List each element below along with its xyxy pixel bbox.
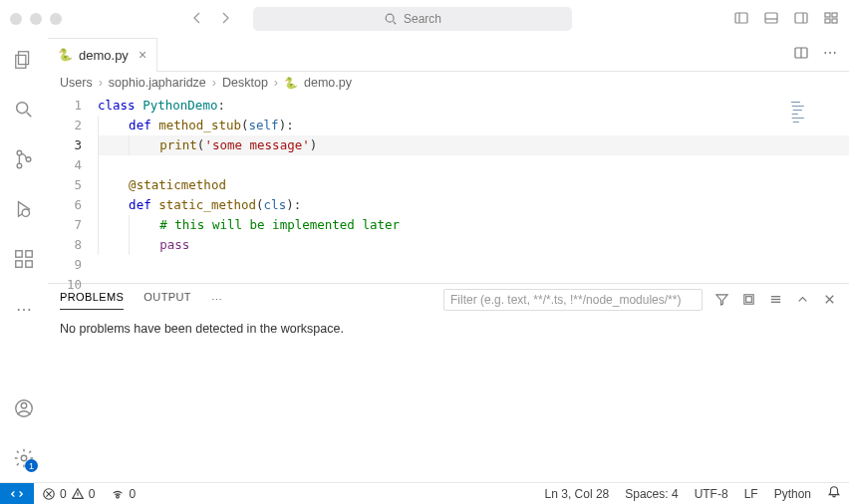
problems-message: No problems have been detected in the wo…: [60, 322, 344, 336]
more-actions-icon[interactable]: ⋯: [823, 45, 837, 64]
tab-label: demo.py: [79, 48, 129, 63]
minimap[interactable]: ▬▬▬ ▬▬▬▬ ▬▬▬ ▬▬ ▬▬▬▬ ▬▬: [791, 100, 841, 124]
svg-rect-22: [26, 261, 32, 267]
eol-status[interactable]: LF: [736, 487, 766, 501]
close-window[interactable]: [10, 13, 22, 25]
python-icon: 🐍: [284, 77, 298, 90]
search-placeholder: Search: [404, 12, 441, 26]
activity-bar: ⋯ 1: [0, 38, 48, 482]
svg-rect-21: [16, 261, 22, 267]
svg-point-19: [22, 209, 29, 216]
split-editor-icon[interactable]: [793, 45, 809, 64]
titlebar: Search: [0, 0, 849, 38]
indentation-status[interactable]: Spaces: 4: [617, 487, 686, 501]
extensions-icon[interactable]: [12, 247, 36, 271]
settings-icon[interactable]: 1: [12, 446, 36, 470]
svg-point-36: [117, 495, 120, 498]
svg-rect-23: [26, 251, 32, 257]
panel: PROBLEMS OUTPUT ⋯ No problems have been …: [48, 283, 849, 482]
breadcrumb[interactable]: Users › sophio.japharidze › Desktop › 🐍 …: [48, 72, 849, 94]
svg-rect-30: [746, 296, 752, 302]
breadcrumb-item[interactable]: demo.py: [304, 76, 352, 90]
port-status[interactable]: 0: [103, 487, 143, 501]
svg-rect-13: [19, 52, 29, 65]
svg-rect-5: [765, 13, 777, 23]
accounts-icon[interactable]: [12, 396, 36, 420]
chevron-right-icon: ›: [99, 76, 103, 90]
window-controls: [10, 13, 62, 25]
tab-demo-py[interactable]: 🐍 demo.py ×: [48, 38, 157, 72]
svg-rect-7: [795, 13, 807, 23]
svg-point-18: [26, 157, 31, 162]
nav-buttons: [189, 10, 233, 29]
panel-left-icon[interactable]: [733, 10, 749, 29]
breadcrumb-item[interactable]: Users: [60, 76, 93, 90]
layout-icon[interactable]: [823, 10, 839, 29]
forward-button[interactable]: [217, 10, 233, 29]
more-icon[interactable]: ⋯: [12, 297, 36, 321]
close-icon[interactable]: ×: [139, 47, 146, 63]
line-numbers: 12345678910: [48, 94, 98, 283]
svg-rect-20: [16, 251, 22, 257]
chevron-right-icon: ›: [274, 76, 278, 90]
panel-bottom-icon[interactable]: [763, 10, 779, 29]
source-control-icon[interactable]: [12, 147, 36, 171]
svg-rect-14: [16, 55, 26, 68]
more-icon[interactable]: ⋯: [211, 294, 222, 307]
back-button[interactable]: [189, 10, 205, 29]
svg-rect-10: [832, 13, 837, 17]
svg-point-25: [21, 403, 27, 409]
cursor-position[interactable]: Ln 3, Col 28: [537, 487, 618, 501]
problems-status[interactable]: 0 0: [34, 487, 103, 501]
editor[interactable]: 12345678910 class PythonDemo: def method…: [48, 94, 849, 283]
minimize-window[interactable]: [30, 13, 42, 25]
run-debug-icon[interactable]: [12, 197, 36, 221]
search-box[interactable]: Search: [253, 7, 572, 31]
status-bar: 0 0 0 Ln 3, Col 28 Spaces: 4 UTF-8 LF Py…: [0, 482, 849, 504]
breadcrumb-item[interactable]: Desktop: [222, 76, 268, 90]
svg-rect-12: [832, 19, 837, 23]
encoding-status[interactable]: UTF-8: [687, 487, 736, 501]
svg-point-15: [17, 103, 28, 114]
svg-point-17: [17, 163, 22, 168]
panel-right-icon[interactable]: [793, 10, 809, 29]
svg-rect-9: [825, 13, 830, 17]
maximize-window[interactable]: [50, 13, 62, 25]
language-status[interactable]: Python: [766, 487, 819, 501]
svg-rect-3: [735, 13, 747, 23]
editor-tabs: 🐍 demo.py × ⋯: [48, 38, 849, 72]
svg-rect-11: [825, 19, 830, 23]
svg-point-0: [386, 14, 394, 22]
breadcrumb-item[interactable]: sophio.japharidze: [109, 76, 206, 90]
chevron-right-icon: ›: [212, 76, 216, 90]
search-icon[interactable]: [12, 98, 36, 122]
explorer-icon[interactable]: [12, 48, 36, 72]
notifications-icon[interactable]: [819, 485, 849, 502]
remote-button[interactable]: [0, 483, 34, 505]
svg-point-16: [17, 150, 22, 155]
code-area[interactable]: class PythonDemo: def method_stub(self):…: [98, 94, 849, 283]
python-icon: 🐍: [58, 48, 73, 62]
settings-badge: 1: [25, 459, 38, 472]
